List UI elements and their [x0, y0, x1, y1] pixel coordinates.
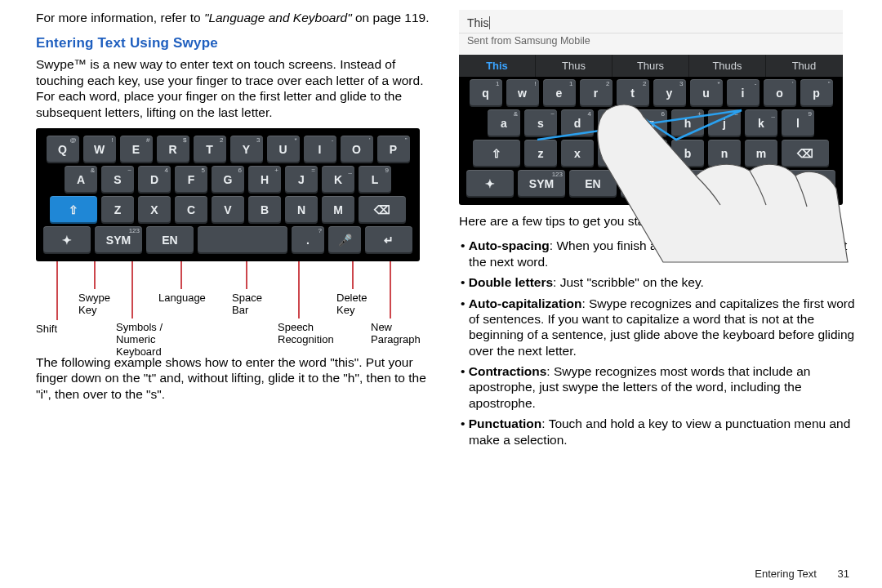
suggestion-bar: ThisThusThursThudsThud — [459, 55, 843, 77]
suggestion-0: This — [459, 55, 536, 77]
key-⇧: ⇧ — [50, 196, 97, 224]
key-d: D4 — [138, 166, 171, 194]
key-g: G6 — [212, 166, 244, 194]
tips-list: Auto-spacing: When you finish a word, ju… — [459, 235, 858, 452]
suggestion-4: Thud — [766, 55, 843, 77]
tip-4: Punctuation: Touch and hold a key to vie… — [459, 416, 858, 448]
key-q: q1 — [470, 79, 502, 107]
key-m: M — [322, 196, 354, 224]
key-en: EN — [146, 226, 194, 254]
key-l: L9 — [359, 166, 391, 194]
keyboard-diagram: Q@W!E#R$T2Y3U*I-O'P" A&S~D4F5G6H+J=K_L9 … — [36, 128, 420, 351]
key-t: T2 — [194, 136, 226, 163]
ref-prefix: For more information, refer to — [36, 11, 204, 24]
key-w: w! — [506, 79, 539, 107]
ref-suffix: on page 119. — [352, 11, 430, 24]
tip-1: Double letters: Just "scribble" on the k… — [459, 274, 858, 290]
suggestion-2: Thurs — [612, 55, 689, 77]
key-⌫: ⌫ — [359, 196, 406, 224]
key-x: X — [138, 196, 171, 224]
key-h: H+ — [248, 166, 281, 194]
callout-speech: Speech Recognition — [278, 322, 334, 346]
callout-symbols: Symbols / Numeric Keyboard — [116, 322, 163, 359]
suggestion-3: Thuds — [689, 55, 766, 77]
right-column: This Sent from Samsung Mobile ThisThusTh… — [459, 8, 858, 580]
tip-3: Contractions: Swype recognizes most word… — [459, 363, 858, 411]
key-.: .? — [292, 226, 324, 254]
example-paragraph: The following example shows how to enter… — [36, 354, 434, 402]
key-u: U* — [267, 136, 300, 163]
reference-line: For more information, refer to "Language… — [36, 10, 434, 25]
key-j: J= — [285, 166, 318, 194]
suggestion-1: Thus — [536, 55, 612, 77]
intro-paragraph: Swype™ is a new way to enter text on tou… — [36, 56, 434, 120]
left-column: For more information, refer to "Language… — [36, 8, 434, 580]
key-e: e1 — [543, 79, 576, 107]
callout-newpara: New Paragraph — [371, 322, 421, 346]
key-space — [198, 226, 287, 254]
key-q: Q@ — [47, 136, 79, 163]
key-n: N — [285, 196, 318, 224]
footer-section: Entering Text — [755, 568, 817, 580]
key-z: Z — [101, 196, 134, 224]
key-i: I- — [304, 136, 336, 163]
keyboard-callouts: Shift Swype Key Symbols / Numeric Keyboa… — [36, 261, 420, 351]
key-w: W! — [83, 136, 116, 163]
key-↵: ↵ — [365, 226, 412, 254]
callout-shift: Shift — [36, 323, 57, 336]
demo-typed-text: This — [459, 10, 843, 33]
key-🎤: 🎤 — [328, 226, 361, 254]
ref-italic: "Language and Keyboard" — [204, 11, 352, 24]
footer-page: 31 — [838, 568, 849, 580]
page-footer: Entering Text 31 — [755, 568, 849, 580]
key-✦: ✦ — [43, 226, 91, 254]
callout-swype: Swype Key — [78, 292, 110, 317]
callout-space: Space Bar — [232, 292, 262, 317]
key-sym: SYM123 — [95, 226, 142, 254]
key-e: E# — [120, 136, 153, 163]
key-y: Y3 — [230, 136, 263, 163]
key-v: V — [212, 196, 244, 224]
key-b: B — [248, 196, 281, 224]
key-r: R$ — [157, 136, 189, 163]
key-o: O' — [341, 136, 373, 163]
demo-signature: Sent from Samsung Mobile — [459, 33, 843, 55]
key-k: K_ — [322, 166, 354, 194]
key-f: F5 — [175, 166, 207, 194]
callout-delete: Delete Key — [336, 292, 368, 317]
key-p: P" — [377, 136, 410, 163]
tip-2: Auto-capitalization: Swype recognizes an… — [459, 296, 858, 359]
key-s: S~ — [101, 166, 134, 194]
key-c: C — [175, 196, 207, 224]
key-a: A& — [65, 166, 97, 194]
swype-demo: This Sent from Samsung Mobile ThisThusTh… — [459, 10, 843, 205]
callout-language: Language — [158, 292, 206, 305]
section-heading: Entering Text Using Swype — [36, 35, 434, 51]
